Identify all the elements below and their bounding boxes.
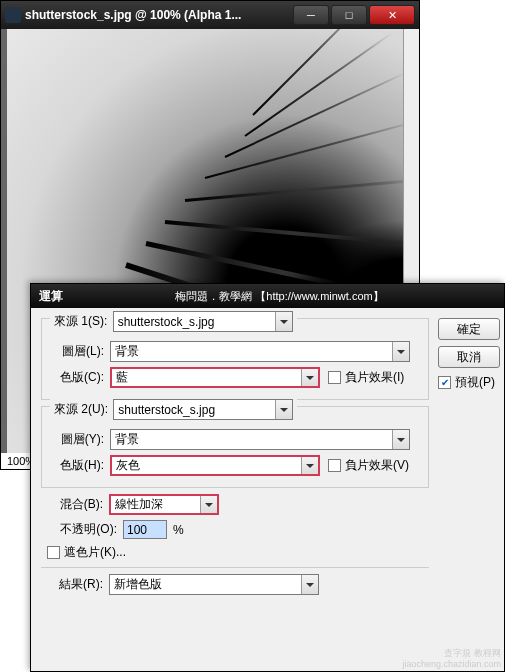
checkbox-icon: [328, 459, 341, 472]
ok-button[interactable]: 確定: [438, 318, 500, 340]
source1-layer-label: 圖層(L):: [48, 343, 110, 360]
source1-layer-value: 背景: [115, 343, 139, 360]
source1-channel-combo[interactable]: 藍: [110, 367, 320, 388]
checkbox-icon: ✔: [438, 376, 451, 389]
checkbox-icon: [328, 371, 341, 384]
chevron-down-icon: [275, 400, 292, 419]
window-controls: ─ □ ✕: [293, 5, 415, 25]
chevron-down-icon: [392, 342, 409, 361]
blend-label: 混合(B):: [47, 496, 109, 513]
result-label: 結果(R):: [47, 576, 109, 593]
source2-invert-checkbox[interactable]: 負片效果(V): [328, 457, 409, 474]
dialog-subtitle: 梅問題．教學網 【http://www.minwt.com】: [63, 289, 496, 304]
source1-invert-label: 負片效果(I): [345, 369, 404, 386]
preview-checkbox[interactable]: ✔ 預視(P): [438, 374, 500, 391]
source1-invert-checkbox[interactable]: 負片效果(I): [328, 369, 404, 386]
source2-invert-label: 負片效果(V): [345, 457, 409, 474]
opacity-input[interactable]: 100: [123, 520, 167, 539]
minimize-button[interactable]: ─: [293, 5, 329, 25]
source2-channel-combo[interactable]: 灰色: [110, 455, 320, 476]
source1-layer-combo[interactable]: 背景: [110, 341, 410, 362]
source2-layer-combo[interactable]: 背景: [110, 429, 410, 450]
source1-channel-value: 藍: [116, 369, 128, 386]
source2-file-value: shutterstock_s.jpg: [118, 403, 215, 417]
watermark: 查字規 教程网 jiaocheng.chazidian.com: [402, 648, 501, 670]
maximize-button[interactable]: □: [331, 5, 367, 25]
dialog-buttons: 確定 取消 ✔ 預視(P): [438, 318, 500, 391]
source2-group: 來源 2(U): shutterstock_s.jpg 圖層(Y): 背景: [41, 406, 429, 488]
chevron-down-icon: [301, 369, 318, 386]
close-button[interactable]: ✕: [369, 5, 415, 25]
chevron-down-icon: [392, 430, 409, 449]
dialog-titlebar: 運算 梅問題．教學網 【http://www.minwt.com】: [31, 284, 504, 308]
mask-label: 遮色片(K)...: [64, 544, 126, 561]
image-titlebar: shutterstock_s.jpg @ 100% (Alpha 1... ─ …: [1, 1, 419, 29]
result-value: 新增色版: [114, 576, 162, 593]
chevron-down-icon: [301, 457, 318, 474]
chevron-down-icon: [301, 575, 318, 594]
cancel-button[interactable]: 取消: [438, 346, 500, 368]
source1-group: 來源 1(S): shutterstock_s.jpg 圖層(L): 背景: [41, 318, 429, 400]
checkbox-icon: [47, 546, 60, 559]
source2-layer-label: 圖層(Y):: [48, 431, 110, 448]
dialog-body: 來源 1(S): shutterstock_s.jpg 圖層(L): 背景: [31, 308, 504, 671]
image-title: shutterstock_s.jpg @ 100% (Alpha 1...: [21, 8, 293, 22]
source2-legend: 來源 2(U): shutterstock_s.jpg: [50, 399, 297, 420]
blend-mode-value: 線性加深: [115, 496, 163, 513]
source2-channel-value: 灰色: [116, 457, 140, 474]
app-icon: [5, 7, 21, 23]
source2-channel-label: 色版(H):: [48, 457, 110, 474]
source1-legend: 來源 1(S): shutterstock_s.jpg: [50, 311, 297, 332]
result-combo[interactable]: 新增色版: [109, 574, 319, 595]
mask-checkbox[interactable]: 遮色片(K)...: [47, 544, 126, 561]
preview-label: 預視(P): [455, 374, 495, 391]
chevron-down-icon: [200, 496, 217, 513]
dialog-title: 運算: [39, 288, 63, 305]
chevron-down-icon: [275, 312, 292, 331]
calculations-dialog: 運算 梅問題．教學網 【http://www.minwt.com】 來源 1(S…: [30, 283, 505, 672]
source1-file-value: shutterstock_s.jpg: [118, 315, 215, 329]
source2-layer-value: 背景: [115, 431, 139, 448]
blend-mode-combo[interactable]: 線性加深: [109, 494, 219, 515]
source1-channel-label: 色版(C):: [48, 369, 110, 386]
opacity-unit: %: [173, 523, 184, 537]
source2-file-combo[interactable]: shutterstock_s.jpg: [113, 399, 293, 420]
source1-file-combo[interactable]: shutterstock_s.jpg: [113, 311, 293, 332]
opacity-label: 不透明(O):: [47, 521, 123, 538]
